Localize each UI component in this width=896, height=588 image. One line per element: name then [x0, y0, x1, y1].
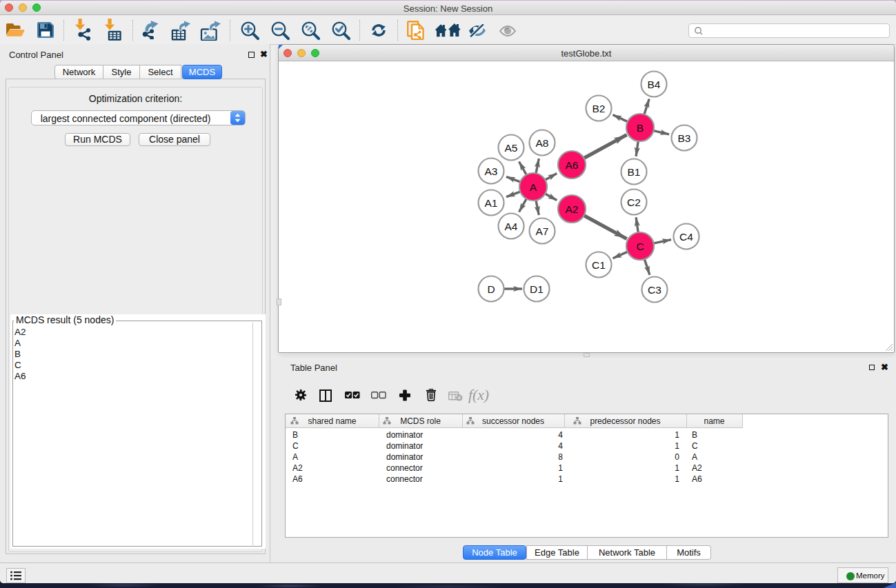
svg-text:C3: C3 — [648, 284, 661, 296]
svg-text:A7: A7 — [536, 225, 549, 237]
svg-text:A3: A3 — [485, 165, 498, 177]
svg-text:C: C — [636, 241, 644, 252]
svg-text:C2: C2 — [627, 196, 641, 208]
svg-text:A8: A8 — [536, 137, 549, 149]
svg-text:C4: C4 — [679, 231, 693, 243]
svg-text:A4: A4 — [505, 221, 518, 232]
svg-text:D: D — [487, 283, 495, 295]
svg-text:B1: B1 — [628, 166, 641, 178]
svg-text:B4: B4 — [648, 79, 661, 90]
svg-text:A6: A6 — [566, 159, 579, 171]
svg-text:C1: C1 — [592, 259, 606, 271]
svg-text:A: A — [530, 181, 537, 193]
svg-text:A1: A1 — [485, 197, 498, 209]
svg-text:A5: A5 — [505, 142, 518, 154]
svg-text:B2: B2 — [593, 103, 606, 114]
svg-text:B: B — [637, 122, 644, 134]
svg-text:B3: B3 — [678, 132, 691, 144]
svg-text:A2: A2 — [566, 203, 579, 215]
svg-text:D1: D1 — [530, 283, 544, 295]
